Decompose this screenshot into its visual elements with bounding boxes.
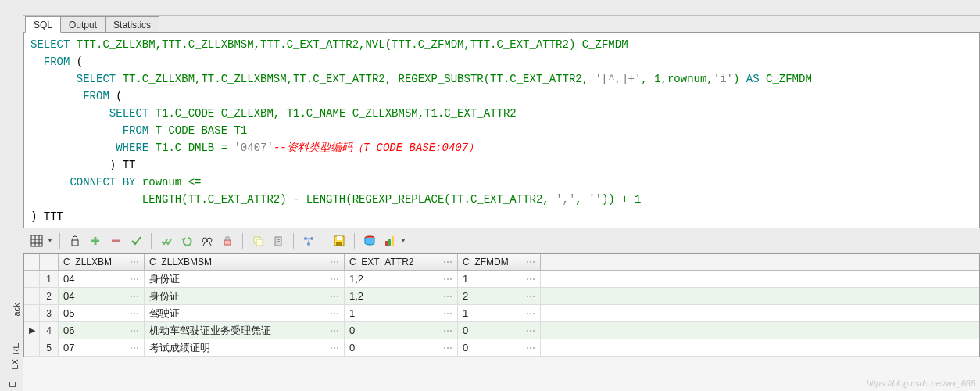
cell-zllxbmsm[interactable]: 考试成绩证明⋯: [145, 339, 345, 356]
cell-zfmdm[interactable]: 0⋯: [458, 322, 541, 339]
dropdown-icon[interactable]: ▼: [47, 237, 53, 244]
svg-rect-16: [256, 239, 263, 246]
clear-button[interactable]: [219, 232, 236, 249]
cell-zfmdm[interactable]: 0⋯: [458, 339, 541, 356]
cell-zllxbmsm[interactable]: 身份证⋯: [145, 271, 345, 287]
cell-zllxbmsm[interactable]: 机动车驾驶证业务受理凭证⋯: [145, 322, 345, 339]
svg-rect-13: [224, 240, 231, 245]
cell-ext-attr2[interactable]: 1,2⋯: [345, 271, 458, 287]
row-number: 5: [40, 339, 59, 356]
export-button[interactable]: [361, 232, 378, 249]
find-button[interactable]: [199, 232, 216, 249]
table-row[interactable]: 507⋯考试成绩证明⋯0⋯0⋯: [24, 339, 979, 357]
cell-ext-attr2[interactable]: 0⋯: [345, 339, 458, 356]
gutter-label: LX: [10, 359, 20, 369]
cell-ext-attr2[interactable]: 0⋯: [345, 322, 458, 339]
table-row[interactable]: 204⋯身份证⋯1,2⋯2⋯: [24, 288, 979, 305]
svg-rect-26: [337, 236, 342, 240]
row-number: 3: [40, 305, 59, 321]
tab-sql[interactable]: SQL: [25, 16, 61, 33]
row-number: 2: [40, 288, 59, 304]
cell-zfmdm[interactable]: 1⋯: [458, 271, 541, 287]
editor-tabs: SQL Output Statistics: [23, 16, 980, 33]
left-panel-gutter: ack RE LX E: [0, 0, 23, 391]
cell-zfmdm[interactable]: 1⋯: [458, 305, 541, 321]
row-number: 1: [40, 271, 59, 287]
svg-line-11: [203, 242, 205, 246]
sql-editor[interactable]: SELECT TTT.C_ZLLXBM,TTT.C_ZLLXBMSM,TTT.C…: [23, 33, 980, 228]
table-row[interactable]: ▶406⋯机动车驾驶证业务受理凭证⋯0⋯0⋯: [24, 322, 979, 339]
toolbar-strip: [23, 0, 980, 16]
svg-line-12: [209, 242, 211, 246]
cell-zllxbmsm[interactable]: 身份证⋯: [145, 288, 345, 304]
row-marker: [24, 271, 40, 287]
cell-ext-attr2[interactable]: 1⋯: [345, 305, 458, 321]
column-header-zfmdm[interactable]: C_ZFMDM⋯: [458, 254, 541, 270]
cell-ext-attr2[interactable]: 1,2⋯: [345, 288, 458, 304]
gutter-label: ack: [12, 303, 21, 316]
dropdown-icon[interactable]: ▼: [400, 237, 406, 244]
column-header-zllxbmsm[interactable]: C_ZLLXBMSM⋯: [145, 254, 345, 270]
link-button[interactable]: [300, 232, 317, 249]
svg-rect-27: [336, 242, 342, 246]
copy-button[interactable]: [249, 232, 266, 249]
tab-statistics[interactable]: Statistics: [105, 16, 159, 32]
cell-zllxbmsm[interactable]: 驾驶证⋯: [145, 305, 345, 321]
delete-row-button[interactable]: [107, 232, 124, 249]
svg-rect-31: [392, 236, 394, 246]
row-number: 4: [40, 322, 59, 339]
add-row-button[interactable]: [87, 232, 104, 249]
commit-button[interactable]: [127, 232, 145, 249]
row-marker: [24, 339, 40, 356]
column-header-zllxbm[interactable]: C_ZLLXBM⋯: [59, 254, 145, 270]
post-button[interactable]: [158, 232, 175, 249]
grid-view-button[interactable]: [28, 232, 45, 249]
gutter-label: RE: [11, 343, 20, 354]
results-grid: C_ZLLXBM⋯ C_ZLLXBMSM⋯ C_EXT_ATTR2⋯ C_ZFM…: [23, 253, 980, 357]
cell-zfmdm[interactable]: 2⋯: [458, 288, 541, 304]
rollback-button[interactable]: [178, 232, 195, 249]
table-row[interactable]: 305⋯驾驶证⋯1⋯1⋯: [24, 305, 979, 322]
save-button[interactable]: [331, 232, 348, 249]
svg-rect-0: [31, 235, 42, 246]
svg-rect-5: [72, 240, 78, 246]
tab-output[interactable]: Output: [60, 16, 106, 32]
table-row[interactable]: 104⋯身份证⋯1,2⋯1⋯: [24, 271, 979, 288]
svg-point-9: [202, 238, 207, 242]
svg-rect-14: [226, 237, 229, 240]
query-builder-button[interactable]: [270, 232, 287, 249]
svg-point-10: [207, 238, 212, 242]
row-marker: ▶: [24, 322, 40, 339]
results-toolbar: ▼ ▼: [23, 228, 980, 253]
svg-rect-29: [385, 241, 388, 246]
cell-zllxbm[interactable]: 04⋯: [59, 288, 145, 304]
row-marker: [24, 288, 40, 304]
gutter-label: E: [8, 382, 17, 387]
lock-button[interactable]: [66, 232, 84, 249]
cell-zllxbm[interactable]: 05⋯: [59, 305, 145, 321]
cell-zllxbm[interactable]: 06⋯: [59, 322, 145, 339]
row-marker: [24, 305, 40, 321]
cell-zllxbm[interactable]: 04⋯: [59, 271, 145, 287]
svg-rect-30: [388, 239, 391, 246]
column-header-ext-attr2[interactable]: C_EXT_ATTR2⋯: [345, 254, 458, 270]
cell-zllxbm[interactable]: 07⋯: [59, 339, 145, 356]
chart-button[interactable]: [381, 232, 399, 249]
watermark: https://blog.csdn.net/wx_666: [867, 378, 975, 388]
